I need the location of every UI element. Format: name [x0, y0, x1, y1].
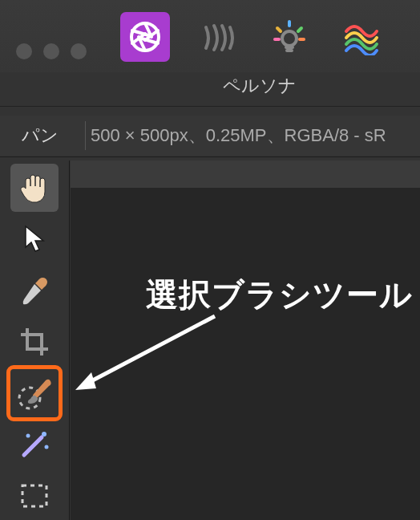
smart-selection-tool[interactable] — [10, 420, 59, 469]
window-traffic-lights — [16, 43, 87, 59]
photo-persona-button[interactable] — [120, 12, 170, 62]
traffic-zoom-icon[interactable] — [71, 43, 87, 59]
svg-line-7 — [87, 316, 215, 384]
wave-lines-icon — [200, 19, 235, 55]
move-tool[interactable] — [10, 215, 59, 263]
aperture-icon — [127, 19, 163, 55]
svg-point-5 — [45, 445, 49, 449]
dashed-rect-icon — [20, 483, 49, 509]
eyedropper-icon — [18, 274, 50, 307]
liquify-persona-button[interactable] — [192, 12, 242, 62]
cursor-arrow-icon — [22, 225, 46, 254]
selection-brush-icon — [15, 374, 54, 412]
traffic-min-icon[interactable] — [43, 43, 59, 59]
divider — [0, 106, 420, 107]
tools-panel — [0, 160, 70, 520]
horizontal-ruler[interactable] — [71, 160, 420, 189]
svg-rect-6 — [22, 485, 46, 506]
svg-point-1 — [282, 31, 297, 46]
context-tool-name: パン — [0, 124, 80, 148]
magic-wand-icon — [18, 428, 51, 461]
rainbow-waves-icon — [343, 18, 380, 55]
persona-switcher — [120, 12, 386, 62]
document-info-label: 500 × 500px、0.25MP、RGBA/8 - sR — [91, 124, 386, 148]
crop-tool[interactable] — [10, 318, 59, 366]
svg-marker-8 — [75, 372, 96, 390]
persona-section-label: ペルソナ — [223, 74, 297, 98]
marquee-selection-tool[interactable] — [10, 472, 59, 520]
title-bar — [0, 0, 420, 72]
color-picker-tool[interactable] — [10, 266, 59, 315]
idea-bulb-icon — [271, 18, 308, 55]
develop-persona-button[interactable] — [265, 12, 314, 62]
divider — [85, 121, 86, 150]
traffic-close-icon[interactable] — [16, 43, 32, 59]
context-toolbar: パン 500 × 500px、0.25MP、RGBA/8 - sR — [0, 116, 420, 156]
svg-point-3 — [42, 432, 46, 437]
crop-icon — [18, 326, 50, 358]
tone-map-persona-button[interactable] — [337, 12, 386, 62]
svg-point-4 — [26, 434, 30, 438]
annotation-arrow-icon — [72, 310, 224, 398]
divider — [0, 156, 420, 157]
selection-brush-tool[interactable] — [10, 369, 59, 417]
view-hand-tool[interactable] — [10, 164, 59, 212]
svg-point-0 — [131, 23, 159, 51]
hand-icon — [19, 171, 50, 205]
